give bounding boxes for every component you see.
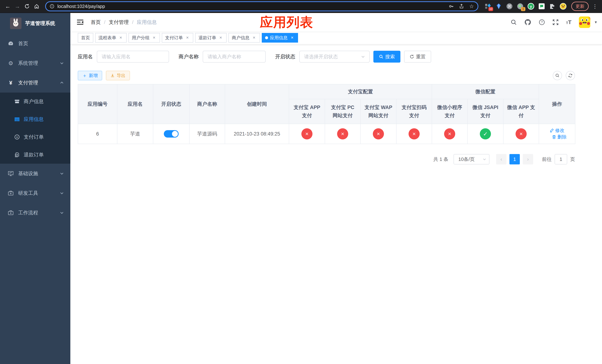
github-icon[interactable] — [524, 19, 531, 26]
fullscreen-icon[interactable] — [552, 19, 559, 25]
merchant-name-label: 商户名称 — [179, 53, 199, 60]
app-table: 应用编号 应用名 开启状态 商户名称 创建时间 支付宝配置 微信配置 操作 支付… — [78, 84, 575, 144]
cell-created: 2021-10-23 08:49:25 — [225, 124, 289, 144]
next-page-button[interactable]: › — [523, 154, 533, 164]
tab-close-icon[interactable]: × — [151, 35, 157, 40]
status-select[interactable]: 请选择开启状态 — [299, 51, 370, 63]
briefcase-icon — [7, 190, 14, 196]
yen-circle-icon: ¥ — [14, 134, 20, 140]
sidebar-fold-icon[interactable] — [74, 20, 86, 25]
command-extension-icon[interactable]: ⌘ — [506, 3, 513, 10]
tab-用户分组[interactable]: 用户分组× — [129, 33, 160, 43]
refresh-table-button[interactable] — [566, 71, 575, 80]
user-avatar[interactable] — [579, 16, 590, 28]
fail-cross-icon: × — [516, 128, 527, 139]
chevron-down-icon — [60, 172, 64, 175]
cell-alipay-wap-status: × — [360, 124, 396, 144]
sidebar-item-payment[interactable]: ¥ 支付管理 — [0, 73, 70, 93]
show-search-toggle-button[interactable] — [553, 71, 562, 80]
enabled-toggle[interactable] — [164, 130, 179, 138]
cell-app-id: 6 — [78, 124, 117, 144]
app-logo[interactable]: 芋道管理系统 — [0, 13, 70, 34]
tab-应用信息[interactable]: 应用信息× — [262, 33, 298, 43]
refresh-icon — [568, 73, 573, 78]
goto-page-input[interactable] — [555, 154, 567, 164]
svg-text:?: ? — [541, 20, 543, 24]
tab-流程表单[interactable]: 流程表单× — [95, 33, 127, 43]
merchant-name-input[interactable] — [203, 51, 266, 63]
active-tab-dot — [265, 36, 268, 39]
tab-close-icon[interactable]: × — [290, 35, 295, 40]
avatar-caret-down-icon[interactable]: ▾ — [595, 20, 597, 25]
export-button[interactable]: 导出 — [106, 71, 130, 80]
emoji-extension-icon[interactable] — [559, 3, 567, 10]
sidebar-item-home[interactable]: 首页 — [0, 34, 70, 53]
search-button[interactable]: 搜索 — [373, 51, 400, 63]
grid-diamond-extension-icon[interactable]: 10 — [484, 3, 492, 10]
page-number-1[interactable]: 1 — [509, 154, 520, 164]
share-icon[interactable] — [459, 4, 464, 9]
col-app-name: 应用名 — [117, 84, 153, 124]
tab-close-icon[interactable]: × — [251, 35, 257, 40]
sidebar-item-label: 退款订单 — [24, 151, 44, 158]
record-extension-icon[interactable]: 1 — [516, 3, 524, 10]
add-button[interactable]: ＋ 新增 — [78, 71, 102, 80]
tab-close-icon[interactable]: × — [185, 35, 190, 40]
bookmark-star-icon[interactable]: ☆ — [469, 3, 474, 10]
sidebar-item-label: 工作流程 — [18, 209, 38, 216]
font-size-icon[interactable]: TT — [566, 19, 571, 25]
browser-reload-icon[interactable] — [22, 1, 32, 11]
col-group-alipay: 支付宝配置 — [289, 84, 432, 99]
browser-update-button[interactable]: 更新 — [571, 2, 589, 11]
tab-退款订单[interactable]: 退款订单× — [195, 33, 226, 43]
help-icon[interactable]: ? — [539, 19, 545, 25]
fail-cross-icon: × — [373, 128, 384, 139]
delete-link[interactable]: 删除 — [552, 134, 567, 140]
breadcrumb-home[interactable]: 首页 — [91, 19, 101, 26]
cell-wechat-jsapi-status: ✓ — [467, 124, 503, 144]
site-info-icon[interactable] — [50, 4, 54, 9]
gem-extension-icon[interactable] — [495, 3, 502, 10]
sidebar-item-workflow[interactable]: 工作流程 — [0, 203, 70, 223]
browser-menu-icon[interactable]: ⋮ — [591, 3, 599, 10]
puzzle-extension-icon[interactable] — [549, 3, 556, 10]
browser-back-icon[interactable]: ← — [3, 1, 13, 11]
chat-extension-icon[interactable] — [538, 3, 545, 10]
tab-close-icon[interactable]: × — [218, 35, 223, 40]
sidebar-item-refund-order[interactable]: 退款订单 — [0, 146, 70, 164]
sidebar-item-label: 支付管理 — [18, 79, 38, 86]
cell-merchant: 芋道源码 — [189, 124, 225, 144]
tab-close-icon[interactable]: × — [118, 35, 123, 40]
page-size-select[interactable]: 10条/页 — [453, 154, 489, 164]
browser-forward-icon[interactable]: → — [13, 1, 22, 11]
edit-link[interactable]: 修改 — [550, 127, 564, 133]
browser-home-icon[interactable] — [32, 1, 42, 11]
y-extension-icon[interactable]: y — [527, 3, 535, 10]
sidebar-item-app-info[interactable]: 应用信息 — [0, 110, 70, 128]
tab-支付订单[interactable]: 支付订单× — [162, 33, 193, 43]
payment-submenu: 商户信息 应用信息 ¥ 支付订单 — [0, 93, 70, 164]
sidebar-item-system[interactable]: ⚙ 系统管理 — [0, 53, 70, 73]
url-bar[interactable]: localhost:1024/pay/app ☆ — [45, 1, 478, 11]
header-search-icon[interactable] — [511, 19, 517, 25]
tab-首页[interactable]: 首页 — [78, 33, 93, 43]
extension-badge: 10 — [488, 7, 493, 11]
prev-page-button[interactable]: ‹ — [496, 154, 506, 164]
monitor-icon — [7, 171, 14, 176]
col-wechat-mini: 微信小程序支付 — [432, 99, 467, 124]
chevron-down-icon — [361, 55, 365, 58]
sidebar-item-infra[interactable]: 基础设施 — [0, 164, 70, 183]
password-key-icon[interactable] — [449, 4, 454, 9]
tab-商户信息[interactable]: 商户信息× — [228, 33, 260, 43]
app-name-input[interactable] — [97, 51, 169, 63]
briefcase-icon — [7, 210, 14, 216]
page-unit-label: 页 — [570, 156, 575, 162]
reset-button[interactable]: 重置 — [404, 51, 431, 63]
sidebar-item-pay-order[interactable]: ¥ 支付订单 — [0, 128, 70, 146]
sidebar-item-devtools[interactable]: 研发工具 — [0, 183, 70, 203]
chevron-down-icon — [60, 61, 64, 65]
breadcrumb-separator: / — [104, 20, 106, 25]
url-text[interactable]: localhost:1024/pay/app — [57, 4, 449, 9]
breadcrumb-payment[interactable]: 支付管理 — [109, 19, 129, 26]
sidebar-item-merchant-info[interactable]: 商户信息 — [0, 93, 70, 110]
